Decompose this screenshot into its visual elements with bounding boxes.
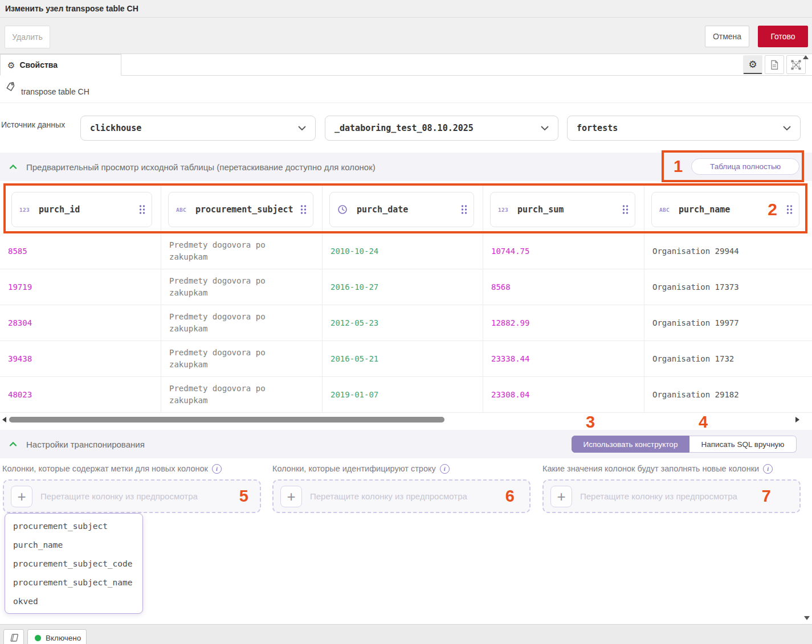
drag-handle-icon[interactable] [300,204,307,215]
123-icon: 123 [19,207,34,213]
write-sql-button[interactable]: Написать SQL вручную [689,436,797,453]
dropdown-option[interactable]: procurement_subject_name [5,573,142,592]
abc-icon: ABC [176,207,191,213]
column-header-purch_name[interactable]: ABCpurch_name2 [651,192,799,227]
edit-node-dialog: Изменить узел transpose table CH Удалить… [0,0,812,644]
info-icon[interactable]: i [763,464,773,474]
dropdown-option[interactable]: okved [5,592,142,610]
scrollbar-thumb[interactable] [9,417,444,423]
table-row: 28304Predmety dogovora po zakupkam2012-0… [0,305,812,341]
column-header-procurement_subject[interactable]: ABCprocurement_subject [168,192,313,227]
document-view-button[interactable] [765,55,784,74]
scroll-up-arrow[interactable] [803,55,809,59]
dropzone-label-1: Колонки, которые содержат метки для новы… [2,463,222,474]
table-cell: Predmety dogovora po zakupkam [161,233,323,269]
column-name: purch_sum [517,204,617,215]
column-name: purch_date [357,204,455,215]
annotation-number-1: 1 [674,158,683,175]
use-constructor-button[interactable]: Использовать конструктор [572,436,689,453]
table-cell: 39438 [0,341,161,376]
node-name: transpose table CH [21,87,89,96]
status-badge: Включено [46,634,81,642]
chevron-up-icon [9,164,17,170]
column-header-purch_id[interactable]: 123purch_id [11,192,152,227]
connection-select[interactable]: clickhouse [80,116,316,141]
table-cell: 10744.75 [483,233,644,269]
add-column-button[interactable]: + [11,486,32,507]
full-table-button[interactable]: Таблица полностью [691,158,799,175]
annotation-number-2: 2 [768,201,777,218]
dropdown-option[interactable]: procurement_subject_code [5,554,142,573]
table-row: 8585Predmety dogovora po zakupkam2010-10… [0,233,812,269]
table-cell: Organisation 1732 [644,341,808,376]
table-cell: 2010-10-24 [323,233,483,269]
abc-icon: ABC [659,207,674,213]
book-icon [9,633,19,642]
node-tag-row: transpose table CH [0,76,812,103]
done-button[interactable]: Готово [758,26,808,47]
table-cell: 28304 [0,305,161,341]
info-icon[interactable]: i [212,464,222,474]
info-icon[interactable]: i [440,464,450,474]
table-row: 48023Predmety dogovora po zakupkam2019-0… [0,377,812,413]
column-name: purch_id [39,204,133,215]
123-icon: 123 [498,207,513,213]
table-cell: 19719 [0,269,161,305]
column-header-purch_sum[interactable]: 123purch_sum [490,192,635,227]
table-cell: 2016-10-27 [323,269,483,305]
drag-handle-icon[interactable] [622,204,629,215]
dropdown-option[interactable]: procurement_subject [5,516,142,535]
page-title: Изменить узел transpose table CH [5,4,138,13]
column-name: procurement_subject [195,204,295,215]
chevron-down-icon [298,126,306,131]
dialog-toolbar: Удалить Отмена Готово [0,18,812,54]
chevron-down-icon [783,126,791,131]
annotation-number-4: 4 [699,414,708,430]
table-cell: Predmety dogovora po zakupkam [161,377,323,412]
scroll-left-arrow[interactable] [2,417,6,423]
dropzone-row-identifiers[interactable]: + Перетащите колонку из предпросмотра 6 [272,479,531,513]
drag-handle-icon[interactable] [461,204,467,215]
annotation-number-3: 3 [586,414,595,430]
drag-handle-icon[interactable] [786,204,793,215]
database-select[interactable]: _databoring_test_08.10.2025 [325,116,558,141]
mode-segmented-control: Использовать конструктор Написать SQL вр… [572,436,797,453]
scroll-down-arrow[interactable] [804,616,810,620]
table-cell: Organisation 19977 [644,305,808,341]
annotation-number-6: 6 [505,488,515,504]
table-cell: Predmety dogovora po zakupkam [161,305,323,341]
add-column-button[interactable]: + [280,486,302,507]
table-cell: 12882.99 [483,305,644,341]
dropzone-value-columns[interactable]: + Перетащите колонку из предпросмотра 7 [542,479,801,513]
expand-icon [791,60,801,70]
document-icon [770,60,779,70]
column-header-purch_date[interactable]: purch_date [329,192,474,227]
table-cell: Organisation 17373 [644,269,808,305]
chevron-up-icon [9,441,17,447]
add-column-button[interactable]: + [550,486,572,507]
datasource-label: Источник данных [1,120,65,129]
chevron-down-icon [541,126,549,131]
table-cell: 2016-05-21 [323,341,483,376]
table-select[interactable]: fortests [567,116,801,141]
table-cell: Organisation 29944 [644,233,808,269]
enabled-status-button[interactable]: Включено [27,629,87,644]
dropzone-label-3: Какие значения колонок будут заполнять н… [542,463,773,474]
scroll-right-arrow[interactable] [795,417,799,423]
cancel-button[interactable]: Отмена [705,26,749,47]
horizontal-scrollbar[interactable] [0,415,812,425]
table-row: 19719Predmety dogovora po zakupkam2016-1… [0,269,812,305]
log-button[interactable] [3,629,24,644]
dropdown-option[interactable]: purch_name [5,535,142,554]
gear-icon: ⚙ [7,61,15,69]
table-cell: Predmety dogovora po zakupkam [161,269,323,305]
dropzone-new-column-labels[interactable]: + Перетащите колонку из предпросмотра 5 [3,479,261,513]
drag-handle-icon[interactable] [139,204,145,215]
delete-button[interactable]: Удалить [5,26,50,48]
settings-view-button[interactable]: ⚙ [743,55,762,74]
tab-properties[interactable]: ⚙ Свойства [0,54,121,76]
annotation-box-1: 1 Таблица полностью [662,150,804,182]
dialog-titlebar: Изменить узел transpose table CH [0,0,812,18]
table-cell: 8585 [0,233,161,269]
datasource-row: Источник данных clickhouse _databoring_t… [0,103,812,153]
